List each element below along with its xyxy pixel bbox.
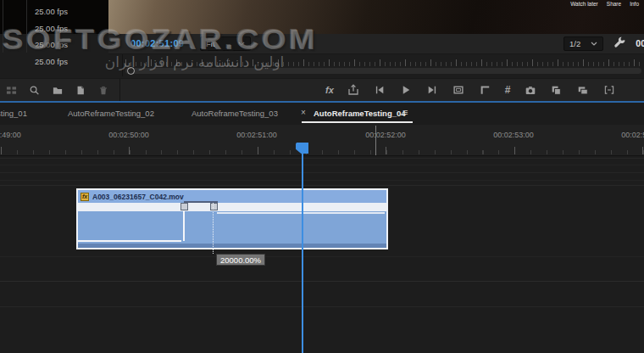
timeline-ruler[interactable]: 00:02:49:00 00:02:50:00 00:02:51:00 00:0… [0,125,644,156]
zoom-level-select[interactable]: Fit [200,36,251,51]
track-separator [0,281,644,282]
panel-toolbar: fx # [0,78,644,101]
current-timecode[interactable]: 00:02:51:09 [130,38,184,48]
program-monitor-controls: 00:02:51:09 Fit 1/2 00 [108,34,644,54]
info-button[interactable]: Info [630,1,639,7]
speed-keyframe-band[interactable] [78,203,386,211]
share-button[interactable]: Share [607,1,621,7]
step-forward-icon[interactable] [426,84,439,97]
clip-bottom-shade [78,244,386,248]
grid-icon[interactable]: # [505,84,511,97]
video-clip[interactable]: fx A003_06231657_C042.mov [76,188,388,249]
monitor-scrubber [122,54,644,76]
list-item[interactable]: 25.00 fps [0,3,68,20]
insert-bracket-icon[interactable] [602,84,615,97]
tab-autoreframetesting-04[interactable]: AutoReframeTesting_04 [314,109,406,118]
track-separator [0,172,644,173]
close-icon[interactable]: × [301,108,306,117]
speed-rubber-band-step [183,211,185,241]
track-separator [0,256,644,257]
ruler-tick-label: 00:02:49:00 [0,131,21,139]
ruler-tick-label: 00:02:51:00 [236,131,277,139]
comparison-view-icon[interactable] [550,84,563,97]
video-player-overlay: Watch later Share Info [570,1,639,7]
ruler-tick-label: 00:02:53:00 [493,131,534,139]
ruler-tick-label: 00:02:50:00 [108,131,149,139]
track-separator [0,185,644,186]
track-separator [0,165,644,165]
search-icon[interactable] [28,84,41,97]
program-monitor-video [108,0,644,34]
duration-timecode-clipped: 00 [636,38,644,48]
tab-autoreframetesting-02[interactable]: AutoReframeTesting_02 [68,109,154,118]
chevron-down-icon [591,42,597,46]
delete-icon[interactable] [97,84,109,97]
clip-fx-badge-icon[interactable]: fx [80,193,89,201]
edit-cursor-line [375,126,376,155]
new-item-icon[interactable] [74,84,86,97]
ruler-tick-label: 00:02:52:00 [365,131,406,139]
camera-icon[interactable] [524,84,536,97]
chevron-down-icon [238,42,245,46]
playhead-line[interactable] [302,153,303,353]
safe-margins-icon[interactable] [452,84,465,97]
play-icon[interactable] [400,84,413,97]
wrench-icon[interactable] [613,36,628,51]
timeline-tab-bar: AutoReframeTesting_01 AutoReframeTesting… [0,103,644,125]
track-separator [0,180,644,181]
active-tab-underline [302,121,413,123]
track-separator [0,158,644,159]
clip-name: A003_06231657_C042.mov [92,193,184,201]
ruler-major-ticks [0,147,644,154]
keyframe-drag-guide-line [213,203,214,254]
playback-resolution-value: 1/2 [569,39,580,48]
new-bin-icon[interactable] [51,84,64,97]
watch-later-button[interactable]: Watch later [570,1,598,7]
project-panel-toolbar [5,79,109,101]
project-panel-framerate-column: 25.00 fps 25.00 fps 25.00 fps 25.00 fps [0,3,68,70]
fx-badge-button[interactable]: fx [325,84,334,97]
panel-divider [119,79,120,101]
playback-resolution-select[interactable]: 1/2 [564,36,603,51]
scrubber-ticks [125,59,644,66]
clip-title-bar: fx A003_06231657_C042.mov [78,190,386,203]
speed-keyframe-handle[interactable] [180,203,188,210]
scrubber-playhead-handle[interactable] [127,67,135,75]
export-frame-icon[interactable] [347,84,360,97]
speed-percentage-tooltip: 20000.00% [216,254,265,266]
ruler-tick-label: 00:02:54:00 [621,131,644,139]
monitor-toolbar: fx # [325,79,615,101]
list-item[interactable]: 25.00 fps [0,36,68,53]
list-item[interactable]: 25.00 fps [0,53,68,70]
speed-rubber-band-right[interactable] [217,212,385,214]
track-separator [0,306,644,307]
list-item[interactable]: 25.00 fps [0,20,68,37]
multi-view-icon[interactable] [576,84,589,97]
tab-autoreframetesting-03[interactable]: AutoReframeTesting_03 [192,109,278,118]
tab-autoreframetesting-01[interactable]: AutoReframeTesting_01 [0,109,27,118]
panel-menu-icon[interactable]: ≡ [402,107,408,117]
snap-corner-icon[interactable] [479,84,491,97]
speed-rubber-band-left[interactable] [78,240,181,242]
step-back-icon[interactable] [374,84,386,97]
premiere-timeline-screenshot: Watch later Share Info 25.00 fps 25.00 f… [0,0,644,353]
speed-keyframe-handle[interactable] [210,203,218,210]
scrubber-track[interactable] [125,68,641,74]
list-view-icon[interactable] [5,84,18,97]
zoom-level-value: Fit [206,39,215,48]
